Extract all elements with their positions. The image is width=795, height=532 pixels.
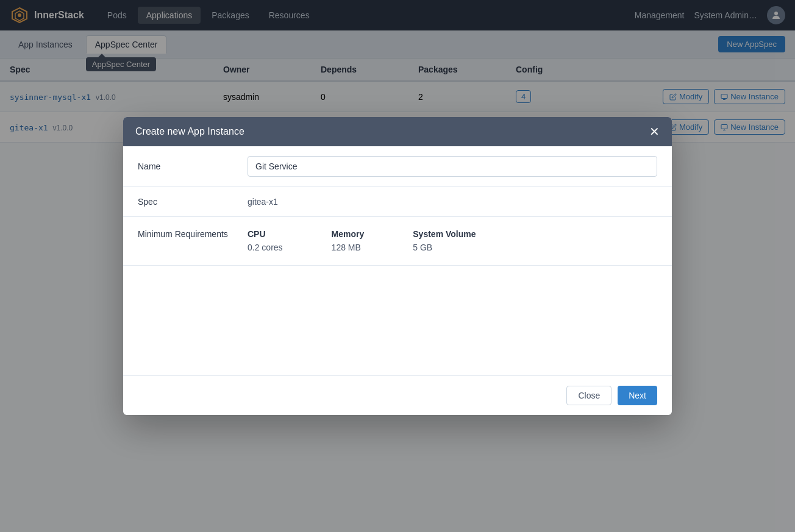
- name-label: Name: [138, 161, 248, 171]
- modal-body: Name Spec gitea-x1 Minimum Requirements …: [123, 146, 672, 375]
- modal-footer: Close Next: [123, 375, 672, 415]
- close-button[interactable]: Close: [566, 386, 611, 405]
- modal-empty-area: [123, 266, 672, 375]
- modal-overlay: Create new App Instance ✕ Name Spec gite…: [0, 0, 795, 532]
- name-value: [248, 156, 657, 177]
- modal-title: Create new App Instance: [135, 126, 244, 137]
- spec-value: gitea-x1: [248, 197, 657, 207]
- modal-close-button[interactable]: ✕: [649, 126, 660, 138]
- system-volume-value: 5 GB: [413, 243, 476, 252]
- min-req-label: Minimum Requirements: [138, 229, 248, 239]
- modal: Create new App Instance ✕ Name Spec gite…: [123, 117, 672, 415]
- modal-spec-row: Spec gitea-x1: [123, 187, 672, 217]
- cpu-value: 0.2 cores: [248, 243, 283, 252]
- memory-label: Memory: [332, 229, 365, 239]
- modal-req-row: Minimum Requirements CPU 0.2 cores Memor…: [123, 217, 672, 266]
- modal-name-row: Name: [123, 146, 672, 187]
- spec-label: Spec: [138, 197, 248, 207]
- memory-value: 128 MB: [332, 243, 365, 252]
- system-volume-label: System Volume: [413, 229, 476, 239]
- memory-col: Memory 128 MB: [332, 229, 365, 252]
- cpu-col: CPU 0.2 cores: [248, 229, 283, 252]
- system-volume-col: System Volume 5 GB: [413, 229, 476, 252]
- next-button[interactable]: Next: [618, 386, 657, 405]
- cpu-label: CPU: [248, 229, 283, 239]
- modal-header: Create new App Instance ✕: [123, 117, 672, 146]
- req-cols: CPU 0.2 cores Memory 128 MB System Volum…: [248, 229, 657, 252]
- name-input[interactable]: [248, 156, 657, 177]
